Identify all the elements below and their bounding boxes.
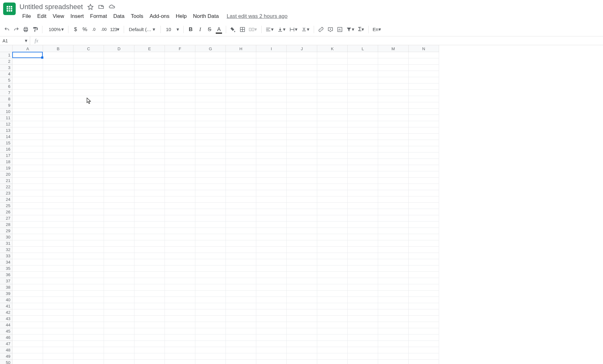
row-header[interactable]: 26 bbox=[0, 209, 12, 215]
cell[interactable] bbox=[226, 253, 256, 259]
cell[interactable] bbox=[195, 222, 226, 228]
cell[interactable] bbox=[226, 190, 256, 196]
cell[interactable] bbox=[287, 190, 317, 196]
cell[interactable] bbox=[13, 215, 43, 222]
cell[interactable] bbox=[256, 146, 287, 153]
cell[interactable] bbox=[256, 77, 287, 83]
cell[interactable] bbox=[409, 297, 439, 303]
cell[interactable] bbox=[409, 228, 439, 234]
cell[interactable] bbox=[13, 278, 43, 284]
cell[interactable] bbox=[73, 96, 104, 102]
cell[interactable] bbox=[104, 278, 134, 284]
cell[interactable] bbox=[165, 153, 195, 159]
cell[interactable] bbox=[134, 71, 165, 77]
cell[interactable] bbox=[195, 203, 226, 209]
cell[interactable] bbox=[165, 184, 195, 190]
column-header[interactable]: I bbox=[256, 45, 287, 52]
cell[interactable] bbox=[409, 328, 439, 335]
row-header[interactable]: 8 bbox=[0, 96, 12, 102]
cell[interactable] bbox=[256, 234, 287, 240]
cell[interactable] bbox=[317, 353, 348, 360]
cell[interactable] bbox=[13, 265, 43, 272]
cell[interactable] bbox=[104, 309, 134, 316]
cell[interactable] bbox=[165, 102, 195, 109]
cell[interactable] bbox=[287, 328, 317, 335]
cell[interactable] bbox=[256, 284, 287, 291]
column-header[interactable]: M bbox=[378, 45, 409, 52]
row-header[interactable]: 29 bbox=[0, 228, 12, 234]
cell[interactable] bbox=[43, 159, 73, 165]
cell[interactable] bbox=[287, 353, 317, 360]
cell[interactable] bbox=[287, 347, 317, 353]
cell[interactable] bbox=[348, 360, 378, 364]
cell[interactable] bbox=[13, 171, 43, 178]
cell[interactable] bbox=[409, 153, 439, 159]
cell[interactable] bbox=[226, 247, 256, 253]
menu-help[interactable]: Help bbox=[173, 12, 190, 21]
undo-button[interactable] bbox=[3, 25, 11, 34]
cell[interactable] bbox=[256, 71, 287, 77]
cell[interactable] bbox=[256, 134, 287, 140]
name-box-input[interactable] bbox=[0, 38, 19, 43]
menu-insert[interactable]: Insert bbox=[68, 12, 87, 21]
cell[interactable] bbox=[378, 291, 409, 297]
cell[interactable] bbox=[256, 353, 287, 360]
cell[interactable] bbox=[287, 247, 317, 253]
cell[interactable] bbox=[378, 77, 409, 83]
row-header[interactable]: 33 bbox=[0, 253, 12, 259]
cell[interactable] bbox=[43, 102, 73, 109]
cell[interactable] bbox=[348, 196, 378, 203]
cell[interactable] bbox=[165, 278, 195, 284]
cell[interactable] bbox=[134, 353, 165, 360]
cell[interactable] bbox=[378, 341, 409, 347]
cell[interactable] bbox=[348, 291, 378, 297]
cell[interactable] bbox=[73, 134, 104, 140]
cell[interactable] bbox=[73, 234, 104, 240]
row-header[interactable]: 13 bbox=[0, 127, 12, 134]
cell[interactable] bbox=[73, 90, 104, 96]
cell[interactable] bbox=[317, 146, 348, 153]
cell[interactable] bbox=[73, 71, 104, 77]
cell[interactable] bbox=[317, 153, 348, 159]
cell[interactable] bbox=[195, 102, 226, 109]
cell[interactable] bbox=[43, 196, 73, 203]
functions-button[interactable]: Σ▾ bbox=[357, 25, 366, 34]
cell[interactable] bbox=[256, 115, 287, 121]
cell[interactable] bbox=[165, 328, 195, 335]
cell[interactable] bbox=[409, 316, 439, 322]
cell[interactable] bbox=[165, 127, 195, 134]
cell[interactable] bbox=[348, 165, 378, 171]
cell[interactable] bbox=[134, 347, 165, 353]
cell[interactable] bbox=[195, 146, 226, 153]
cell[interactable] bbox=[317, 203, 348, 209]
cell[interactable] bbox=[195, 272, 226, 278]
cell[interactable] bbox=[226, 309, 256, 316]
cell[interactable] bbox=[226, 222, 256, 228]
cell[interactable] bbox=[409, 96, 439, 102]
cell[interactable] bbox=[348, 102, 378, 109]
cell[interactable] bbox=[317, 335, 348, 341]
cell[interactable] bbox=[43, 215, 73, 222]
cell[interactable] bbox=[165, 253, 195, 259]
cell[interactable] bbox=[317, 322, 348, 328]
cell[interactable] bbox=[13, 134, 43, 140]
cell[interactable] bbox=[226, 322, 256, 328]
cell[interactable] bbox=[317, 83, 348, 90]
cell[interactable] bbox=[287, 316, 317, 322]
cell[interactable] bbox=[287, 209, 317, 215]
font-select[interactable]: Default (Ari...▾ bbox=[127, 25, 158, 34]
cell[interactable] bbox=[378, 153, 409, 159]
cell[interactable] bbox=[73, 222, 104, 228]
cell[interactable] bbox=[43, 309, 73, 316]
cell[interactable] bbox=[409, 196, 439, 203]
row-header[interactable]: 28 bbox=[0, 222, 12, 228]
cell[interactable] bbox=[13, 228, 43, 234]
cell[interactable] bbox=[409, 83, 439, 90]
cell[interactable] bbox=[378, 347, 409, 353]
cell[interactable] bbox=[195, 109, 226, 115]
cell[interactable] bbox=[287, 65, 317, 71]
cell[interactable] bbox=[13, 184, 43, 190]
row-header[interactable]: 38 bbox=[0, 284, 12, 291]
cell[interactable] bbox=[195, 253, 226, 259]
cell[interactable] bbox=[134, 190, 165, 196]
